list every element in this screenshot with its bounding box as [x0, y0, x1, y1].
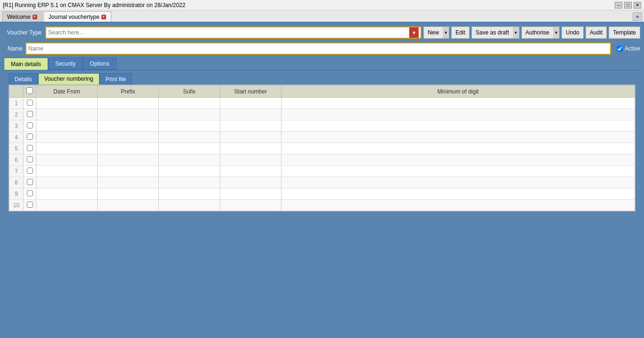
- authorise-dropdown-arrow[interactable]: ▼: [553, 26, 560, 39]
- tab-journal-close[interactable]: ✕: [101, 15, 106, 19]
- select-all-checkbox[interactable]: [26, 87, 33, 94]
- row-suffix[interactable]: [159, 109, 220, 120]
- row-minimum-digit[interactable]: [281, 109, 635, 120]
- name-row: Name Active: [4, 42, 640, 55]
- row-minimum-digit[interactable]: [281, 154, 635, 166]
- col-header-suffix: Sufix: [159, 85, 220, 98]
- tab-journal-vouchertype[interactable]: Journal vouchertype ✕: [43, 11, 111, 22]
- row-suffix[interactable]: [159, 132, 220, 143]
- row-prefix[interactable]: [98, 98, 159, 109]
- voucher-dropdown-arrow[interactable]: ▼: [409, 27, 419, 38]
- row-prefix[interactable]: [98, 188, 159, 200]
- row-checkbox[interactable]: [27, 156, 33, 162]
- table-row: 3: [9, 120, 635, 132]
- row-date-from[interactable]: [36, 154, 98, 166]
- row-minimum-digit[interactable]: [281, 98, 635, 109]
- row-start-number[interactable]: [220, 154, 281, 166]
- authorise-button[interactable]: Authorise: [521, 26, 553, 39]
- row-prefix[interactable]: [98, 120, 159, 132]
- row-minimum-digit[interactable]: [281, 143, 635, 154]
- row-start-number[interactable]: [220, 98, 281, 109]
- row-prefix[interactable]: [98, 143, 159, 154]
- row-start-number[interactable]: [220, 200, 281, 211]
- row-checkbox[interactable]: [27, 134, 33, 140]
- active-checkbox[interactable]: [617, 46, 623, 52]
- row-prefix[interactable]: [98, 166, 159, 177]
- row-date-from[interactable]: [36, 200, 98, 211]
- main-tab-security[interactable]: Security: [48, 58, 83, 70]
- table-row: 5: [9, 143, 635, 154]
- row-checkbox[interactable]: [27, 190, 33, 196]
- row-suffix[interactable]: [159, 166, 220, 177]
- save-draft-button[interactable]: Save as draft: [471, 26, 513, 39]
- tab-welcome-label: Welcome: [7, 14, 31, 20]
- voucher-type-label: Voucher Type: [4, 29, 41, 36]
- row-suffix[interactable]: [159, 143, 220, 154]
- minimize-button[interactable]: –: [615, 2, 622, 8]
- voucher-type-input[interactable]: [48, 29, 409, 36]
- undo-button[interactable]: Undo: [561, 26, 584, 39]
- sub-tab-voucher-numbering[interactable]: Voucher numbering: [38, 73, 99, 84]
- row-suffix[interactable]: [159, 154, 220, 166]
- row-date-from[interactable]: [36, 109, 98, 120]
- audit-button[interactable]: Audit: [586, 26, 607, 39]
- row-date-from[interactable]: [36, 177, 98, 188]
- row-start-number[interactable]: [220, 166, 281, 177]
- row-checkbox[interactable]: [27, 145, 33, 151]
- row-date-from[interactable]: [36, 143, 98, 154]
- row-suffix[interactable]: [159, 177, 220, 188]
- row-minimum-digit[interactable]: [281, 132, 635, 143]
- row-minimum-digit[interactable]: [281, 200, 635, 211]
- sub-tab-details[interactable]: Details: [8, 73, 38, 84]
- tab-welcome-close[interactable]: ✕: [33, 15, 37, 19]
- row-checkbox[interactable]: [27, 202, 33, 208]
- row-minimum-digit[interactable]: [281, 188, 635, 200]
- row-date-from[interactable]: [36, 98, 98, 109]
- row-prefix[interactable]: [98, 177, 159, 188]
- row-checkbox[interactable]: [27, 111, 33, 117]
- row-prefix[interactable]: [98, 154, 159, 166]
- row-checkbox[interactable]: [27, 179, 33, 185]
- row-start-number[interactable]: [220, 120, 281, 132]
- sub-tab-print-file[interactable]: Print file: [99, 73, 132, 84]
- new-button[interactable]: New: [423, 26, 443, 39]
- row-date-from[interactable]: [36, 166, 98, 177]
- row-checkbox-cell: [24, 188, 36, 200]
- row-start-number[interactable]: [220, 188, 281, 200]
- row-date-from[interactable]: [36, 132, 98, 143]
- edit-button[interactable]: Edit: [451, 26, 470, 39]
- row-checkbox[interactable]: [27, 122, 33, 128]
- row-suffix[interactable]: [159, 200, 220, 211]
- col-header-prefix: Prefix: [98, 85, 159, 98]
- row-suffix[interactable]: [159, 188, 220, 200]
- row-minimum-digit[interactable]: [281, 177, 635, 188]
- row-start-number[interactable]: [220, 177, 281, 188]
- row-date-from[interactable]: [36, 120, 98, 132]
- row-suffix[interactable]: [159, 120, 220, 132]
- voucher-numbering-table: Date From Prefix Sufix Start number Mini…: [9, 85, 635, 211]
- new-dropdown-arrow[interactable]: ▼: [443, 26, 449, 39]
- main-tab-options[interactable]: Options: [83, 58, 116, 70]
- maximize-button[interactable]: □: [624, 2, 632, 8]
- row-start-number[interactable]: [220, 132, 281, 143]
- row-minimum-digit[interactable]: [281, 166, 635, 177]
- row-prefix[interactable]: [98, 109, 159, 120]
- row-start-number[interactable]: [220, 109, 281, 120]
- close-button[interactable]: ✕: [634, 2, 641, 8]
- row-num-cell: 8: [9, 177, 24, 188]
- row-checkbox-cell: [24, 200, 36, 211]
- row-suffix[interactable]: [159, 98, 220, 109]
- save-draft-dropdown-arrow[interactable]: ▼: [513, 26, 520, 39]
- template-button[interactable]: Template: [609, 26, 640, 39]
- name-input[interactable]: [25, 42, 611, 55]
- row-prefix[interactable]: [98, 200, 159, 211]
- row-prefix[interactable]: [98, 132, 159, 143]
- row-date-from[interactable]: [36, 188, 98, 200]
- row-start-number[interactable]: [220, 143, 281, 154]
- row-minimum-digit[interactable]: [281, 120, 635, 132]
- main-tab-main-details[interactable]: Main details: [4, 58, 48, 70]
- row-checkbox[interactable]: [27, 168, 33, 174]
- tab-welcome[interactable]: Welcome ✕: [2, 11, 42, 22]
- add-tab-button[interactable]: +: [633, 12, 642, 21]
- row-checkbox[interactable]: [27, 100, 33, 106]
